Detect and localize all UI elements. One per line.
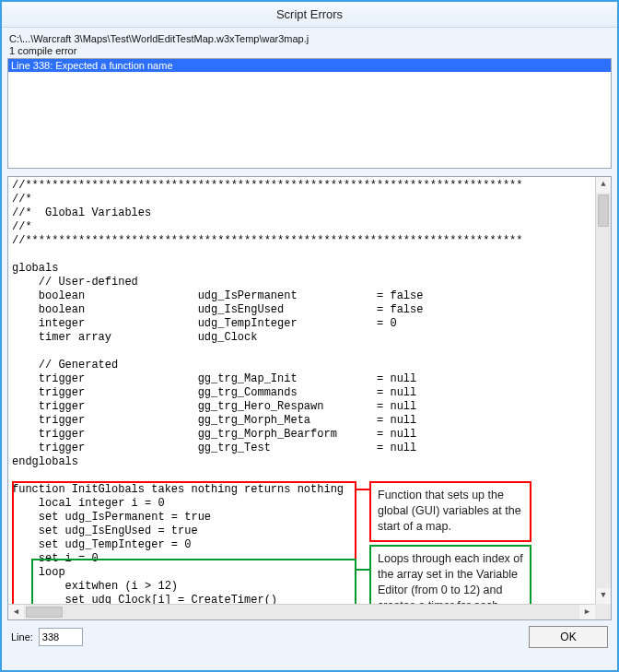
error-item[interactable]: Line 338: Expected a function name [8, 59, 611, 72]
code-pane[interactable]: //**************************************… [7, 176, 612, 620]
callout-func-text: Function that sets up the global (GUI) v… [378, 489, 521, 533]
splitter[interactable] [7, 169, 612, 176]
ok-button[interactable]: OK [529, 626, 608, 648]
window-title: Script Errors [276, 7, 343, 21]
scroll-up-icon[interactable]: ▲ [596, 177, 611, 193]
scroll-right-icon[interactable]: ▶ [579, 605, 595, 619]
content-area: C:\...\Warcraft 3\Maps\Test\WorldEditTes… [2, 28, 617, 655]
file-path: C:\...\Warcraft 3\Maps\Test\WorldEditTes… [7, 31, 612, 45]
footer: Line: OK [7, 620, 612, 650]
vertical-scrollbar[interactable]: ▲ ▼ [595, 177, 611, 604]
callout-func: Function that sets up the global (GUI) v… [369, 481, 531, 542]
window-titlebar: Script Errors [2, 2, 617, 28]
error-list[interactable]: Line 338: Expected a function name [7, 58, 612, 169]
scroll-corner [595, 604, 611, 619]
vscroll-thumb[interactable] [598, 195, 609, 227]
line-label: Line: [11, 631, 33, 643]
hscroll-thumb[interactable] [26, 607, 63, 618]
scroll-down-icon[interactable]: ▼ [596, 588, 611, 604]
scroll-left-icon[interactable]: ◀ [8, 605, 24, 619]
horizontal-scrollbar[interactable]: ◀ ▶ [8, 604, 595, 619]
line-input[interactable] [39, 628, 83, 646]
error-count: 1 compile error [7, 45, 612, 58]
